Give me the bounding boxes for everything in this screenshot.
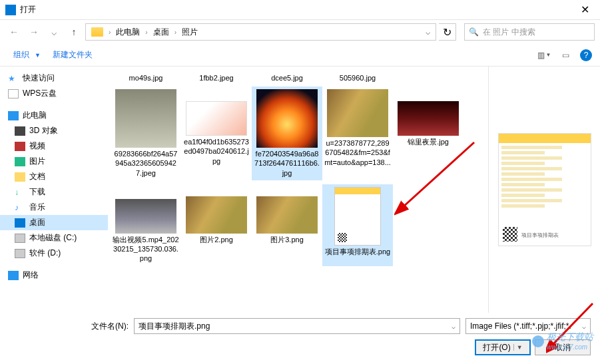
sidebar-item-3d[interactable]: 3D 对象 [0, 123, 108, 138]
file-item[interactable]: 505960.jpg [322, 71, 393, 87]
search-icon: 🔍 [469, 27, 479, 37]
filename-input[interactable]: 项目事项排期表.png ⌵ [134, 318, 460, 334]
video-icon [15, 142, 25, 151]
thumbnail [334, 187, 381, 246]
preview-pane-button[interactable]: ▭ [559, 50, 572, 61]
organize-button[interactable]: 组织 [8, 47, 35, 63]
thumbnail [256, 89, 318, 148]
open-dropdown-icon[interactable]: ▼ [513, 344, 523, 351]
up-button[interactable]: ↑ [65, 23, 83, 41]
qr-icon [503, 227, 517, 242]
open-button[interactable]: 打开(O) ▼ [475, 339, 531, 355]
desktop-icon [15, 218, 25, 228]
thumbnail [186, 101, 247, 136]
thumbnail [327, 89, 388, 137]
file-item[interactable]: mo49s.jpg [111, 71, 181, 87]
filename-label: 文件名(N): [91, 321, 129, 332]
file-item[interactable]: 锦里夜景.jpg [393, 87, 463, 180]
back-button[interactable]: ← [5, 23, 23, 41]
app-icon [5, 5, 16, 15]
network-icon [8, 271, 19, 280]
sidebar-item-documents[interactable]: 文档 [0, 169, 108, 184]
breadcrumb-p1[interactable]: 桌面 [150, 27, 172, 38]
file-item-selected[interactable]: 项目事项排期表.png [322, 184, 393, 266]
sidebar-item-video[interactable]: 视频 [0, 138, 108, 154]
documents-icon [15, 172, 25, 182]
refresh-button[interactable]: ↻ [439, 23, 456, 41]
view-mode-button[interactable]: ▥ ▼ [537, 50, 551, 61]
chevron-down-icon[interactable]: ⌵ [451, 323, 455, 330]
file-type-filter[interactable]: Image Files (*.tiff;*.pjp;*.jfif;*. ⌵ [465, 318, 591, 334]
chevron-right-icon: › [143, 29, 150, 36]
sidebar-item-diskc[interactable]: 本地磁盘 (C:) [0, 230, 108, 246]
sidebar-item-pc[interactable]: 此电脑 [0, 108, 108, 123]
file-item[interactable]: 图片3.png [252, 184, 322, 266]
breadcrumb-p2[interactable]: 照片 [179, 27, 200, 38]
search-placeholder: 在 照片 中搜索 [483, 27, 535, 38]
download-icon: ↓ [15, 188, 25, 197]
file-grid[interactable]: mo49s.jpg 1fbb2.jpeg dcee5.jpg 505960.jp… [108, 67, 488, 313]
doc-icon [8, 89, 19, 98]
file-item[interactable]: 1fbb2.jpeg [181, 71, 252, 87]
chevron-down-icon[interactable]: ⌵ [582, 323, 586, 330]
thumbnail [398, 101, 459, 136]
sidebar-item-downloads[interactable]: ↓下载 [0, 184, 108, 200]
chevron-right-icon: › [172, 29, 179, 36]
disk-icon [15, 249, 25, 258]
chevron-down-icon: ▼ [35, 52, 41, 59]
window-title: 打开 [20, 4, 36, 15]
breadcrumb-root[interactable]: 此电脑 [113, 27, 143, 38]
sidebar-item-network[interactable]: 网络 [0, 268, 108, 283]
pc-icon [8, 111, 19, 120]
file-item[interactable]: dcee5.jpg [252, 71, 322, 87]
file-item[interactable]: 输出视频5.mp4_20230215_135730.036.png [111, 184, 181, 266]
sidebar-item-wps[interactable]: WPS云盘 [0, 86, 108, 101]
recent-dropdown-icon[interactable]: ⌵ [45, 23, 63, 41]
sidebar-item-diskd[interactable]: 软件 (D:) [0, 246, 108, 261]
cancel-button[interactable]: 取消 [535, 339, 591, 355]
file-item[interactable]: fe720403549a96a8713f2644761116b6.jpg [252, 87, 322, 180]
new-folder-button[interactable]: 新建文件夹 [47, 47, 98, 63]
breadcrumb[interactable]: › 此电脑 › 桌面 › 照片 ⌵ [85, 23, 436, 41]
sidebar-item-pictures[interactable]: 图片 [0, 154, 108, 169]
star-icon: ★ [8, 74, 19, 83]
thumbnail [115, 89, 176, 148]
file-item[interactable]: ea1f04f0d1b635273ed0497ba0240612.jpg [181, 87, 252, 180]
breadcrumb-dropdown-icon[interactable]: ⌵ [423, 27, 433, 37]
preview-image: 项目事项排期表 [498, 133, 591, 246]
chevron-right-icon: › [106, 29, 113, 36]
thumbnail [115, 199, 176, 234]
file-item[interactable]: 图片2.png [181, 184, 252, 266]
cube-icon [15, 126, 25, 136]
close-icon[interactable]: ✕ [575, 3, 595, 16]
disk-icon [15, 234, 25, 243]
sidebar-item-desktop[interactable]: 桌面 [0, 215, 108, 230]
sidebar: ★快速访问 WPS云盘 此电脑 3D 对象 视频 图片 文档 ↓下载 ♪音乐 桌… [0, 67, 108, 313]
search-input[interactable]: 🔍 在 照片 中搜索 [464, 23, 595, 41]
music-icon: ♪ [15, 203, 25, 212]
picture-icon [15, 157, 25, 166]
file-item[interactable]: 69283666bf264a57945a323656059427.jpeg [111, 87, 181, 180]
thumbnail [256, 196, 318, 234]
file-item[interactable]: u=2373878772,2896705482&fm=253&fmt=auto&… [322, 87, 393, 180]
thumbnail [186, 196, 247, 234]
sidebar-item-quick[interactable]: ★快速访问 [0, 71, 108, 86]
help-icon[interactable]: ? [580, 49, 592, 61]
preview-pane: 项目事项排期表 [488, 67, 600, 313]
sidebar-item-music[interactable]: ♪音乐 [0, 200, 108, 215]
folder-icon [91, 27, 103, 37]
forward-button[interactable]: → [25, 23, 43, 41]
